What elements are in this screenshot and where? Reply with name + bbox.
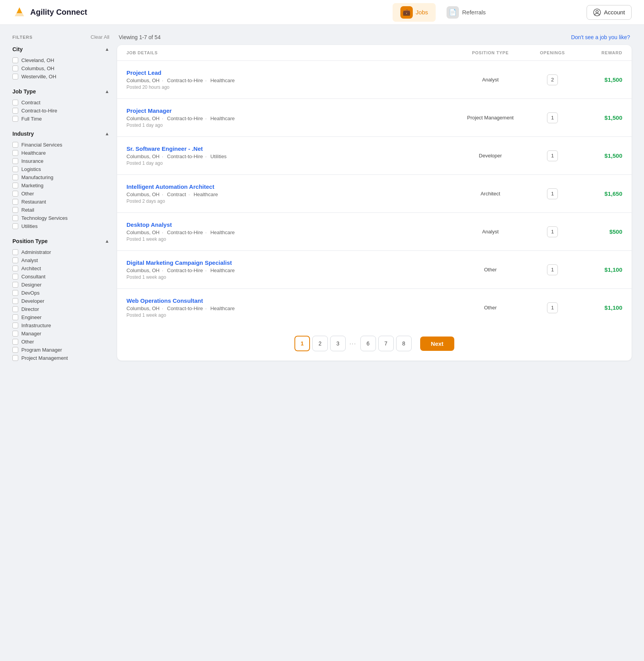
filter-label[interactable]: Analyst xyxy=(21,257,38,263)
filter-label[interactable]: Manufacturing xyxy=(21,174,53,180)
filter-label[interactable]: Engineer xyxy=(21,314,42,320)
checkbox-manager[interactable] xyxy=(12,331,18,337)
nav-referrals[interactable]: 📄 Referrals xyxy=(439,3,493,22)
page-button-6[interactable]: 6 xyxy=(360,336,376,351)
filter-label[interactable]: Contract xyxy=(21,100,40,105)
dont-see-link[interactable]: Don't see a job you like? xyxy=(571,34,630,40)
checkbox-marketing[interactable] xyxy=(12,183,18,188)
checkbox-columbus[interactable] xyxy=(12,66,18,71)
nav-jobs[interactable]: 💼 Jobs xyxy=(393,3,436,22)
filter-label[interactable]: Cleveland, OH xyxy=(21,57,54,63)
filter-label[interactable]: Columbus, OH xyxy=(21,66,54,71)
filter-label[interactable]: Manager xyxy=(21,331,41,337)
page-button-2[interactable]: 2 xyxy=(312,336,328,351)
checkbox-infrastructure[interactable] xyxy=(12,323,18,328)
filter-jobtype-section: Job Type ▲ Contract Contract-to-Hire Ful… xyxy=(12,88,109,123)
page-button-1[interactable]: 1 xyxy=(294,336,310,351)
filter-label[interactable]: Consultant xyxy=(21,274,45,280)
checkbox-engineer[interactable] xyxy=(12,314,18,320)
job-title[interactable]: Digital Marketing Campaign Specialist xyxy=(126,259,452,266)
checkbox-architect[interactable] xyxy=(12,266,18,271)
checkbox-cleveland[interactable] xyxy=(12,57,18,63)
clear-all-button[interactable]: Clear All xyxy=(91,34,109,40)
filter-label[interactable]: Administrator xyxy=(21,249,51,255)
filter-industry-toggle[interactable]: Industry ▲ xyxy=(12,131,109,137)
checkbox-analyst[interactable] xyxy=(12,257,18,263)
filter-label[interactable]: Healthcare xyxy=(21,150,46,156)
checkbox-other[interactable] xyxy=(12,191,18,197)
checkbox-designer[interactable] xyxy=(12,282,18,288)
job-industry: Healthcare xyxy=(210,116,237,121)
checkbox-director[interactable] xyxy=(12,306,18,312)
filter-positiontype-toggle[interactable]: Position Type ▲ xyxy=(12,238,109,244)
checkbox-project-management[interactable] xyxy=(12,355,18,361)
filter-label[interactable]: Developer xyxy=(21,298,44,304)
checkbox-financial[interactable] xyxy=(12,142,18,148)
list-item: Project Management xyxy=(12,354,109,362)
filter-jobtype-toggle[interactable]: Job Type ▲ xyxy=(12,88,109,95)
job-title[interactable]: Project Lead xyxy=(126,69,452,76)
job-title[interactable]: Project Manager xyxy=(126,107,452,114)
filter-label[interactable]: Utilities xyxy=(21,223,38,229)
filter-city-section: City ▲ Cleveland, OH Columbus, OH Wester… xyxy=(12,46,109,81)
checkbox-restaurant[interactable] xyxy=(12,199,18,205)
filter-label[interactable]: Contract-to-Hire xyxy=(21,108,57,114)
checkbox-manufacturing[interactable] xyxy=(12,174,18,180)
filter-label[interactable]: Restaurant xyxy=(21,199,46,205)
job-title[interactable]: Sr. Software Engineer - .Net xyxy=(126,145,452,152)
filter-label[interactable]: Marketing xyxy=(21,183,43,188)
filter-label[interactable]: Technology Services xyxy=(21,215,68,221)
job-title[interactable]: Intelligent Automation Architect xyxy=(126,183,452,190)
checkbox-insurance[interactable] xyxy=(12,158,18,164)
next-button[interactable]: Next xyxy=(420,337,455,351)
job-title[interactable]: Desktop Analyst xyxy=(126,221,452,228)
checkbox-consultant[interactable] xyxy=(12,274,18,280)
checkbox-developer[interactable] xyxy=(12,298,18,304)
filter-label[interactable]: Director xyxy=(21,306,39,312)
job-details: Project Lead Columbus, OH Contract-to-Hi… xyxy=(126,69,452,90)
checkbox-fulltime[interactable] xyxy=(12,116,18,122)
list-item: Engineer xyxy=(12,313,109,321)
list-item: Full Time xyxy=(12,115,109,123)
filter-label[interactable]: Designer xyxy=(21,282,42,288)
chevron-up-icon: ▲ xyxy=(105,131,109,136)
list-item: Contract xyxy=(12,98,109,107)
filter-label[interactable]: Full Time xyxy=(21,116,42,122)
job-meta: Columbus, OH Contract-to-Hire Healthcare xyxy=(126,305,452,311)
checkbox-program-manager[interactable] xyxy=(12,347,18,353)
checkbox-devops[interactable] xyxy=(12,290,18,296)
checkbox-westerville[interactable] xyxy=(12,74,18,79)
checkbox-other-pt[interactable] xyxy=(12,339,18,345)
filter-label[interactable]: Infrastructure xyxy=(21,323,51,328)
checkbox-retail[interactable] xyxy=(12,207,18,213)
job-industry: Healthcare xyxy=(194,192,220,197)
filter-city-toggle[interactable]: City ▲ xyxy=(12,46,109,52)
filter-label[interactable]: Other xyxy=(21,191,34,197)
list-item: Manufacturing xyxy=(12,173,109,181)
job-title[interactable]: Web Operations Consultant xyxy=(126,297,452,304)
filter-label[interactable]: Project Management xyxy=(21,355,68,361)
checkbox-contract[interactable] xyxy=(12,100,18,105)
filter-label[interactable]: Logistics xyxy=(21,166,41,172)
filter-label[interactable]: Architect xyxy=(21,266,41,271)
job-openings-col: 1 xyxy=(529,302,576,313)
checkbox-healthcare[interactable] xyxy=(12,150,18,156)
filter-label[interactable]: Insurance xyxy=(21,158,43,164)
page-button-7[interactable]: 7 xyxy=(378,336,394,351)
page-button-3[interactable]: 3 xyxy=(330,336,346,351)
filter-label[interactable]: Financial Services xyxy=(21,142,62,148)
checkbox-administrator[interactable] xyxy=(12,249,18,255)
filter-label[interactable]: Westerville, OH xyxy=(21,74,56,79)
checkbox-contract-to-hire[interactable] xyxy=(12,108,18,114)
filter-label[interactable]: Retail xyxy=(21,207,34,213)
filter-label[interactable]: DevOps xyxy=(21,290,40,296)
filter-label[interactable]: Other xyxy=(21,339,34,345)
checkbox-logistics[interactable] xyxy=(12,166,18,172)
filter-label[interactable]: Program Manager xyxy=(21,347,62,353)
job-details: Web Operations Consultant Columbus, OH C… xyxy=(126,297,452,318)
page-button-8[interactable]: 8 xyxy=(396,336,412,351)
account-button[interactable]: Account xyxy=(587,5,632,20)
checkbox-technology[interactable] xyxy=(12,215,18,221)
job-openings-badge: 1 xyxy=(547,302,558,313)
checkbox-utilities[interactable] xyxy=(12,223,18,229)
